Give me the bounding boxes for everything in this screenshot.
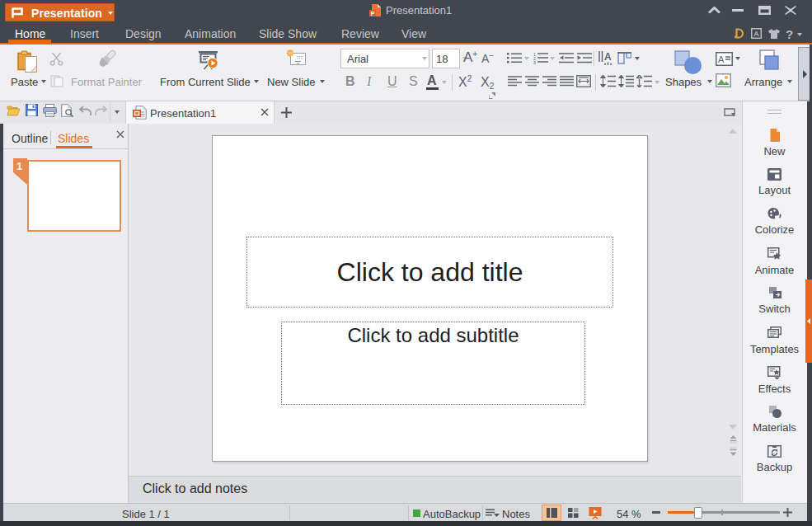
svg-text:3: 3 [533, 60, 536, 64]
svg-text:A: A [753, 30, 759, 38]
svg-text:P: P [371, 11, 375, 16]
svg-text:A: A [604, 51, 612, 63]
svg-text:A: A [718, 54, 725, 64]
